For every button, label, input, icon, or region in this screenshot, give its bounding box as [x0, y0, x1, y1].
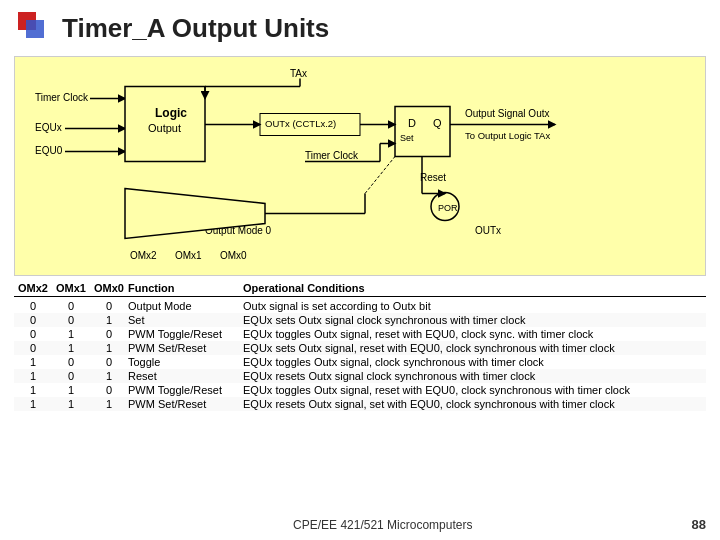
diagram-area: Timer Clock EQUx EQU0 Logic Output TAx O…: [14, 56, 706, 276]
page: Timer_A Output Units Timer Clock EQUx EQ…: [0, 0, 720, 540]
logic-label: Logic: [155, 106, 187, 120]
cell-func: PWM Set/Reset: [128, 398, 243, 410]
cell-func: Toggle: [128, 356, 243, 368]
cell-func: Reset: [128, 370, 243, 382]
cell-om0: 0: [90, 384, 128, 396]
cell-om1: 0: [52, 314, 90, 326]
equx-label: EQUx: [35, 122, 62, 133]
cell-func: PWM Set/Reset: [128, 342, 243, 354]
table-row: 1 0 0 Toggle EQUx toggles Outx signal, c…: [14, 355, 706, 369]
d-label: D: [408, 117, 416, 129]
cell-cond: EQUx resets Outx signal clock synchronou…: [243, 370, 706, 382]
cell-om2: 1: [14, 356, 52, 368]
cell-om0: 1: [90, 314, 128, 326]
col-header-om1: OMx1: [52, 282, 90, 294]
timer-clock-label: Timer Clock: [35, 92, 89, 103]
cell-om0: 1: [90, 398, 128, 410]
cell-cond: EQUx toggles Outx signal, reset with EQU…: [243, 328, 706, 340]
cell-om2: 0: [14, 328, 52, 340]
table-area: OMx2 OMx1 OMx0 Function Operational Cond…: [0, 282, 720, 411]
cell-cond: EQUx toggles Outx signal, reset with EQU…: [243, 384, 706, 396]
footer: CPE/EE 421/521 Microcomputers 88: [0, 517, 720, 532]
tax-label: TAx: [290, 68, 307, 79]
table-header: OMx2 OMx1 OMx0 Function Operational Cond…: [14, 282, 706, 297]
table-body: 0 0 0 Output Mode Outx signal is set acc…: [14, 299, 706, 411]
table-row: 1 1 0 PWM Toggle/Reset EQUx toggles Outx…: [14, 383, 706, 397]
cell-cond: EQUx sets Outx signal, reset with EQU0, …: [243, 342, 706, 354]
omx0-label: OMx0: [220, 250, 247, 261]
cell-om2: 1: [14, 398, 52, 410]
reset-label: Reset: [420, 172, 446, 183]
cell-om0: 0: [90, 328, 128, 340]
col-header-cond: Operational Conditions: [243, 282, 706, 294]
q-label: Q: [433, 117, 442, 129]
omx2-label: OMx2: [130, 250, 157, 261]
page-title: Timer_A Output Units: [62, 13, 329, 44]
cell-om0: 1: [90, 342, 128, 354]
outx-cctlx-label: OUTx (CCTLx.2): [265, 118, 336, 129]
omx1-label: OMx1: [175, 250, 202, 261]
diagram-svg: Timer Clock EQUx EQU0 Logic Output TAx O…: [15, 57, 705, 275]
cell-om1: 1: [52, 342, 90, 354]
col-header-func: Function: [128, 282, 243, 294]
cell-cond: EQUx resets Outx signal, set with EQU0, …: [243, 398, 706, 410]
table-row: 0 0 1 Set EQUx sets Outx signal clock sy…: [14, 313, 706, 327]
col-header-om2: OMx2: [14, 282, 52, 294]
table-row: 1 1 1 PWM Set/Reset EQUx resets Outx sig…: [14, 397, 706, 411]
cell-om2: 1: [14, 384, 52, 396]
cell-cond: EQUx sets Outx signal clock synchronous …: [243, 314, 706, 326]
cell-om1: 1: [52, 328, 90, 340]
cell-om0: 1: [90, 370, 128, 382]
output-label: Output: [148, 122, 181, 134]
cell-om0: 0: [90, 356, 128, 368]
cell-func: PWM Toggle/Reset: [128, 328, 243, 340]
cell-om2: 0: [14, 314, 52, 326]
table-row: 1 0 1 Reset EQUx resets Outx signal cloc…: [14, 369, 706, 383]
cell-om2: 1: [14, 370, 52, 382]
table-row: 0 1 1 PWM Set/Reset EQUx sets Outx signa…: [14, 341, 706, 355]
header: Timer_A Output Units: [0, 0, 720, 52]
cell-func: PWM Toggle/Reset: [128, 384, 243, 396]
footer-page: 88: [692, 517, 706, 532]
table-row: 0 0 0 Output Mode Outx signal is set acc…: [14, 299, 706, 313]
outx-bottom-label: OUTx: [475, 225, 501, 236]
footer-text: CPE/EE 421/521 Microcomputers: [74, 518, 692, 532]
cell-om1: 0: [52, 356, 90, 368]
svg-rect-11: [395, 107, 450, 157]
set-label: Set: [400, 133, 414, 143]
cell-om1: 0: [52, 370, 90, 382]
cell-om2: 0: [14, 342, 52, 354]
logo-icon: [16, 10, 52, 46]
por-label: POR: [438, 203, 458, 213]
cell-om0: 0: [90, 300, 128, 312]
cell-om1: 1: [52, 398, 90, 410]
svg-rect-1: [26, 20, 44, 38]
output-signal-label: Output Signal Outx: [465, 108, 550, 119]
to-output-label: To Output Logic TAx: [465, 130, 550, 141]
equ0-label: EQU0: [35, 145, 63, 156]
cell-om2: 0: [14, 300, 52, 312]
col-header-om0: OMx0: [90, 282, 128, 294]
cell-om1: 0: [52, 300, 90, 312]
cell-cond: Outx signal is set according to Outx bit: [243, 300, 706, 312]
cell-cond: EQUx toggles Outx signal, clock synchron…: [243, 356, 706, 368]
table-row: 0 1 0 PWM Toggle/Reset EQUx toggles Outx…: [14, 327, 706, 341]
timer-clock2-label: Timer Clock: [305, 150, 359, 161]
cell-om1: 1: [52, 384, 90, 396]
cell-func: Output Mode: [128, 300, 243, 312]
cell-func: Set: [128, 314, 243, 326]
